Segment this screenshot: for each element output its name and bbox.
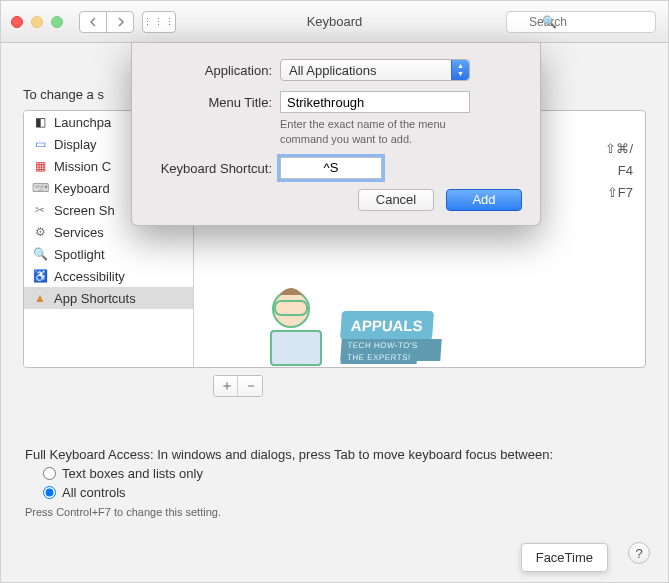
sidebar-item-icon: ▲ xyxy=(32,290,48,306)
close-window-button[interactable] xyxy=(11,16,23,28)
show-all-button[interactable]: ⋮⋮⋮ xyxy=(142,11,176,33)
cancel-button[interactable]: Cancel xyxy=(358,189,434,211)
chevron-left-icon xyxy=(89,17,98,27)
help-button[interactable]: ? xyxy=(628,542,650,564)
sidebar-item-label: Launchpa xyxy=(54,115,111,130)
sidebar-item-icon: 🔍 xyxy=(32,246,48,262)
sidebar-item-icon: ▭ xyxy=(32,136,48,152)
shortcut-input[interactable] xyxy=(280,157,382,179)
sidebar-item-label: Mission C xyxy=(54,159,111,174)
remove-shortcut-button[interactable]: － xyxy=(238,376,262,396)
sidebar-item-icon: ♿ xyxy=(32,268,48,284)
full-keyboard-hint: Press Control+F7 to change this setting. xyxy=(25,506,644,518)
sidebar-item-icon: ⌨ xyxy=(32,180,48,196)
sidebar-item-label: Services xyxy=(54,225,104,240)
application-label: Application: xyxy=(150,59,280,78)
forward-button[interactable] xyxy=(106,11,134,33)
minimize-window-button[interactable] xyxy=(31,16,43,28)
add-shortcut-button[interactable]: ＋ xyxy=(214,376,238,396)
menu-title-help: Enter the exact name of the menu command… xyxy=(280,117,480,147)
radio-label: Text boxes and lists only xyxy=(62,466,203,481)
radio-label: All controls xyxy=(62,485,126,500)
application-popup-value: All Applications xyxy=(289,63,376,78)
add-button[interactable]: Add xyxy=(446,189,522,211)
shortcut-display: F4 xyxy=(618,163,633,178)
radio-textboxes-only-input[interactable] xyxy=(43,467,56,480)
shortcut-display: ⇧⌘/ xyxy=(605,141,633,156)
sidebar-item[interactable]: ♿Accessibility xyxy=(24,265,193,287)
help-icon: ? xyxy=(635,546,642,561)
shortcut-label: Keyboard Shortcut: xyxy=(150,157,280,176)
sidebar-item-icon: ✂ xyxy=(32,202,48,218)
sidebar-item-label: Screen Sh xyxy=(54,203,115,218)
sidebar-item-label: Display xyxy=(54,137,97,152)
full-keyboard-access-label: Full Keyboard Access: In windows and dia… xyxy=(25,447,644,462)
traffic-lights xyxy=(11,16,63,28)
add-remove-controls: ＋ － xyxy=(213,375,263,397)
popup-arrows-icon: ▲▼ xyxy=(451,60,469,80)
chevron-right-icon xyxy=(116,17,125,27)
sidebar-item-icon: ◧ xyxy=(32,114,48,130)
prefs-window: ⋮⋮⋮ Keyboard 🔍 To change a s eys. ◧Launc… xyxy=(0,0,669,583)
back-button[interactable] xyxy=(79,11,107,33)
top-description-left: To change a s xyxy=(23,87,104,102)
sidebar-item-label: Spotlight xyxy=(54,247,105,262)
zoom-window-button[interactable] xyxy=(51,16,63,28)
radio-all-controls-input[interactable] xyxy=(43,486,56,499)
nav-back-forward: ⋮⋮⋮ xyxy=(79,11,176,33)
radio-all-controls[interactable]: All controls xyxy=(43,485,644,500)
application-popup[interactable]: All Applications ▲▼ xyxy=(280,59,470,81)
sidebar-item-label: App Shortcuts xyxy=(54,291,136,306)
sidebar-item[interactable]: ▲App Shortcuts xyxy=(24,287,193,309)
sidebar-item-icon: ⚙ xyxy=(32,224,48,240)
search-field-wrap: 🔍 xyxy=(506,11,656,33)
sidebar-item-label: Accessibility xyxy=(54,269,125,284)
sidebar-item[interactable]: 🔍Spotlight xyxy=(24,243,193,265)
radio-textboxes-only[interactable]: Text boxes and lists only xyxy=(43,466,644,481)
menu-title-input[interactable] xyxy=(280,91,470,113)
sidebar-item-icon: ▦ xyxy=(32,158,48,174)
shortcut-display: ⇧F7 xyxy=(607,185,633,200)
search-input[interactable] xyxy=(506,11,656,33)
bottom-area: Full Keyboard Access: In windows and dia… xyxy=(1,411,668,518)
menu-title-label: Menu Title: xyxy=(150,91,280,110)
search-icon: 🔍 xyxy=(542,15,557,29)
add-shortcut-sheet: Application: All Applications ▲▼ Menu Ti… xyxy=(131,43,541,226)
popover-label: FaceTime xyxy=(536,550,593,565)
sidebar-item-label: Keyboard xyxy=(54,181,110,196)
titlebar: ⋮⋮⋮ Keyboard 🔍 xyxy=(1,1,668,43)
facetime-popover[interactable]: FaceTime xyxy=(521,543,608,572)
grid-icon: ⋮⋮⋮ xyxy=(143,17,176,27)
